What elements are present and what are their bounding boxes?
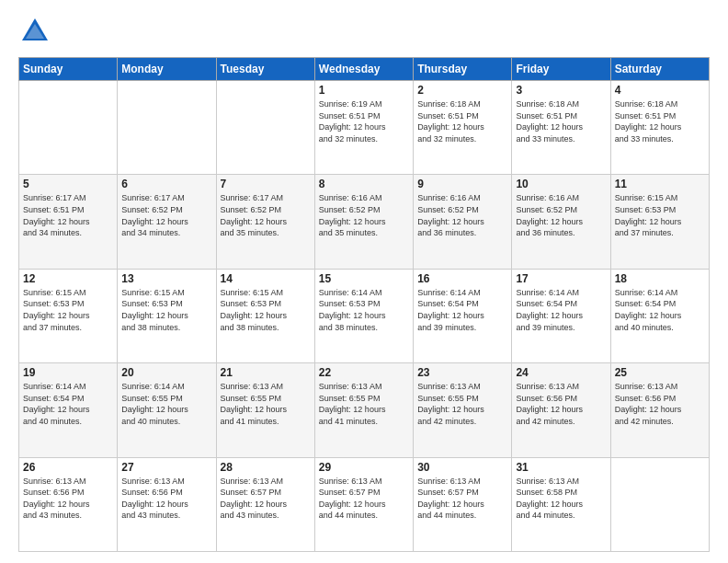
day-header-monday: Monday <box>118 58 216 81</box>
day-info: Sunrise: 6:14 AM Sunset: 6:54 PM Dayligh… <box>23 381 113 427</box>
calendar-cell: 5Sunrise: 6:17 AM Sunset: 6:51 PM Daylig… <box>19 175 118 269</box>
day-number: 6 <box>121 178 211 190</box>
calendar-cell: 8Sunrise: 6:16 AM Sunset: 6:52 PM Daylig… <box>314 175 413 269</box>
week-row-3: 19Sunrise: 6:14 AM Sunset: 6:54 PM Dayli… <box>19 363 710 457</box>
calendar-cell: 16Sunrise: 6:14 AM Sunset: 6:54 PM Dayli… <box>414 269 512 362</box>
calendar-cell <box>118 81 216 175</box>
day-info: Sunrise: 6:13 AM Sunset: 6:56 PM Dayligh… <box>516 381 606 427</box>
day-number: 15 <box>319 272 409 285</box>
day-header-wednesday: Wednesday <box>314 58 413 81</box>
page: SundayMondayTuesdayWednesdayThursdayFrid… <box>0 0 728 563</box>
day-info: Sunrise: 6:14 AM Sunset: 6:54 PM Dayligh… <box>417 287 507 333</box>
calendar-cell: 30Sunrise: 6:13 AM Sunset: 6:57 PM Dayli… <box>414 457 512 551</box>
day-header-saturday: Saturday <box>610 58 709 81</box>
day-info: Sunrise: 6:18 AM Sunset: 6:51 PM Dayligh… <box>615 98 705 144</box>
day-number: 26 <box>23 461 113 474</box>
day-info: Sunrise: 6:13 AM Sunset: 6:56 PM Dayligh… <box>23 476 113 522</box>
day-number: 30 <box>417 461 507 474</box>
week-row-4: 26Sunrise: 6:13 AM Sunset: 6:56 PM Dayli… <box>19 457 710 551</box>
calendar-cell: 9Sunrise: 6:16 AM Sunset: 6:52 PM Daylig… <box>414 175 512 269</box>
calendar-cell: 25Sunrise: 6:13 AM Sunset: 6:56 PM Dayli… <box>610 363 709 457</box>
day-info: Sunrise: 6:18 AM Sunset: 6:51 PM Dayligh… <box>417 98 507 144</box>
day-number: 18 <box>615 272 705 285</box>
calendar-cell: 14Sunrise: 6:15 AM Sunset: 6:53 PM Dayli… <box>216 269 314 362</box>
day-number: 7 <box>221 178 311 190</box>
day-header-thursday: Thursday <box>414 58 512 81</box>
day-number: 17 <box>516 272 606 285</box>
logo-icon <box>18 15 51 48</box>
day-info: Sunrise: 6:15 AM Sunset: 6:53 PM Dayligh… <box>221 287 311 333</box>
logo <box>18 15 55 48</box>
calendar-table: SundayMondayTuesdayWednesdayThursdayFrid… <box>18 57 710 552</box>
day-info: Sunrise: 6:14 AM Sunset: 6:53 PM Dayligh… <box>319 287 409 333</box>
calendar-cell: 19Sunrise: 6:14 AM Sunset: 6:54 PM Dayli… <box>19 363 118 457</box>
day-number: 28 <box>221 461 311 474</box>
calendar-cell: 13Sunrise: 6:15 AM Sunset: 6:53 PM Dayli… <box>118 269 216 362</box>
calendar-cell: 27Sunrise: 6:13 AM Sunset: 6:56 PM Dayli… <box>118 457 216 551</box>
day-info: Sunrise: 6:13 AM Sunset: 6:56 PM Dayligh… <box>121 476 211 522</box>
calendar-cell: 24Sunrise: 6:13 AM Sunset: 6:56 PM Dayli… <box>512 363 610 457</box>
day-number: 14 <box>221 272 311 285</box>
calendar-cell: 4Sunrise: 6:18 AM Sunset: 6:51 PM Daylig… <box>610 81 709 175</box>
calendar-cell: 26Sunrise: 6:13 AM Sunset: 6:56 PM Dayli… <box>19 457 118 551</box>
day-number: 3 <box>516 84 606 97</box>
calendar-cell: 1Sunrise: 6:19 AM Sunset: 6:51 PM Daylig… <box>314 81 413 175</box>
day-info: Sunrise: 6:19 AM Sunset: 6:51 PM Dayligh… <box>319 98 409 144</box>
day-header-friday: Friday <box>512 58 610 81</box>
day-info: Sunrise: 6:13 AM Sunset: 6:56 PM Dayligh… <box>615 381 705 427</box>
calendar-cell: 22Sunrise: 6:13 AM Sunset: 6:55 PM Dayli… <box>314 363 413 457</box>
day-number: 25 <box>615 366 705 379</box>
calendar-cell: 21Sunrise: 6:13 AM Sunset: 6:55 PM Dayli… <box>216 363 314 457</box>
day-number: 8 <box>319 178 409 190</box>
day-number: 10 <box>516 178 606 190</box>
day-number: 22 <box>319 366 409 379</box>
day-info: Sunrise: 6:17 AM Sunset: 6:52 PM Dayligh… <box>221 192 311 238</box>
day-number: 2 <box>417 84 507 97</box>
calendar-cell: 18Sunrise: 6:14 AM Sunset: 6:54 PM Dayli… <box>610 269 709 362</box>
day-info: Sunrise: 6:15 AM Sunset: 6:53 PM Dayligh… <box>121 287 211 333</box>
day-info: Sunrise: 6:17 AM Sunset: 6:51 PM Dayligh… <box>23 192 113 238</box>
day-info: Sunrise: 6:13 AM Sunset: 6:55 PM Dayligh… <box>221 381 311 427</box>
day-number: 21 <box>221 366 311 379</box>
days-header-row: SundayMondayTuesdayWednesdayThursdayFrid… <box>19 58 710 81</box>
day-info: Sunrise: 6:14 AM Sunset: 6:54 PM Dayligh… <box>615 287 705 333</box>
day-header-tuesday: Tuesday <box>216 58 314 81</box>
day-info: Sunrise: 6:14 AM Sunset: 6:54 PM Dayligh… <box>516 287 606 333</box>
day-info: Sunrise: 6:15 AM Sunset: 6:53 PM Dayligh… <box>23 287 113 333</box>
day-number: 27 <box>121 461 211 474</box>
day-info: Sunrise: 6:17 AM Sunset: 6:52 PM Dayligh… <box>121 192 211 238</box>
day-number: 20 <box>121 366 211 379</box>
day-info: Sunrise: 6:16 AM Sunset: 6:52 PM Dayligh… <box>417 192 507 238</box>
day-number: 12 <box>23 272 113 285</box>
day-header-sunday: Sunday <box>19 58 118 81</box>
calendar-cell <box>610 457 709 551</box>
calendar-cell: 11Sunrise: 6:15 AM Sunset: 6:53 PM Dayli… <box>610 175 709 269</box>
calendar-cell: 3Sunrise: 6:18 AM Sunset: 6:51 PM Daylig… <box>512 81 610 175</box>
day-info: Sunrise: 6:16 AM Sunset: 6:52 PM Dayligh… <box>319 192 409 238</box>
day-info: Sunrise: 6:13 AM Sunset: 6:57 PM Dayligh… <box>417 476 507 522</box>
day-number: 16 <box>417 272 507 285</box>
day-number: 31 <box>516 461 606 474</box>
day-number: 23 <box>417 366 507 379</box>
day-number: 9 <box>417 178 507 190</box>
calendar-cell: 20Sunrise: 6:14 AM Sunset: 6:55 PM Dayli… <box>118 363 216 457</box>
header <box>18 15 710 48</box>
day-info: Sunrise: 6:13 AM Sunset: 6:58 PM Dayligh… <box>516 476 606 522</box>
day-number: 13 <box>121 272 211 285</box>
day-info: Sunrise: 6:16 AM Sunset: 6:52 PM Dayligh… <box>516 192 606 238</box>
calendar-cell <box>19 81 118 175</box>
day-number: 24 <box>516 366 606 379</box>
day-info: Sunrise: 6:13 AM Sunset: 6:55 PM Dayligh… <box>319 381 409 427</box>
week-row-1: 5Sunrise: 6:17 AM Sunset: 6:51 PM Daylig… <box>19 175 710 269</box>
calendar-cell: 6Sunrise: 6:17 AM Sunset: 6:52 PM Daylig… <box>118 175 216 269</box>
calendar-cell: 23Sunrise: 6:13 AM Sunset: 6:55 PM Dayli… <box>414 363 512 457</box>
day-info: Sunrise: 6:13 AM Sunset: 6:57 PM Dayligh… <box>221 476 311 522</box>
day-info: Sunrise: 6:14 AM Sunset: 6:55 PM Dayligh… <box>121 381 211 427</box>
day-number: 4 <box>615 84 705 97</box>
calendar-cell: 2Sunrise: 6:18 AM Sunset: 6:51 PM Daylig… <box>414 81 512 175</box>
calendar-cell: 28Sunrise: 6:13 AM Sunset: 6:57 PM Dayli… <box>216 457 314 551</box>
day-number: 29 <box>319 461 409 474</box>
calendar-cell: 12Sunrise: 6:15 AM Sunset: 6:53 PM Dayli… <box>19 269 118 362</box>
day-number: 5 <box>23 178 113 190</box>
day-info: Sunrise: 6:13 AM Sunset: 6:55 PM Dayligh… <box>417 381 507 427</box>
